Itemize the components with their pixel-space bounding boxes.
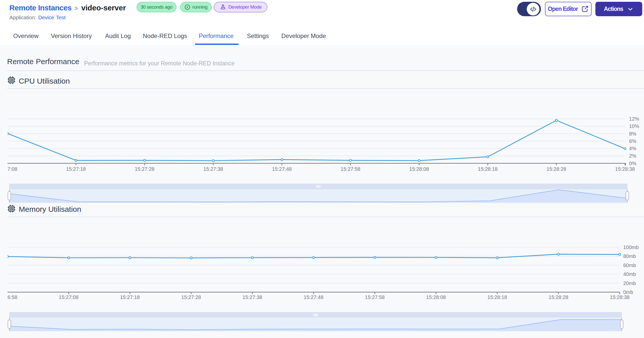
svg-text:15:28:08: 15:28:08 bbox=[409, 166, 429, 172]
svg-text:10%: 10% bbox=[629, 123, 639, 129]
svg-text:0mb: 0mb bbox=[623, 289, 633, 295]
svg-text:15:27:18: 15:27:18 bbox=[120, 294, 140, 300]
svg-text:15:28:38: 15:28:38 bbox=[610, 294, 630, 300]
svg-text:7:08: 7:08 bbox=[8, 166, 17, 172]
svg-text:15:27:48: 15:27:48 bbox=[272, 166, 292, 172]
svg-text:80mb: 80mb bbox=[623, 253, 636, 259]
svg-text:15:28:18: 15:28:18 bbox=[487, 294, 507, 300]
svg-text:15:28:08: 15:28:08 bbox=[426, 294, 446, 300]
svg-text:15:28:18: 15:28:18 bbox=[478, 166, 498, 172]
svg-text:0%: 0% bbox=[629, 161, 636, 166]
svg-text:15:28:28: 15:28:28 bbox=[547, 166, 566, 172]
svg-text:20mb: 20mb bbox=[623, 280, 636, 286]
svg-text:15:27:38: 15:27:38 bbox=[243, 294, 262, 300]
svg-text:40mb: 40mb bbox=[623, 271, 636, 277]
svg-text:15:28:28: 15:28:28 bbox=[549, 294, 568, 300]
svg-text:15:27:58: 15:27:58 bbox=[341, 166, 360, 172]
svg-text:15:27:28: 15:27:28 bbox=[181, 294, 201, 300]
svg-text:6:58: 6:58 bbox=[8, 294, 17, 300]
svg-text:15:27:28: 15:27:28 bbox=[135, 166, 154, 172]
svg-text:15:27:08: 15:27:08 bbox=[59, 294, 79, 300]
svg-text:15:27:18: 15:27:18 bbox=[66, 166, 86, 172]
svg-text:2%: 2% bbox=[629, 153, 636, 159]
svg-text:100mb: 100mb bbox=[623, 245, 639, 250]
svg-text:15:27:58: 15:27:58 bbox=[365, 294, 385, 300]
svg-text:15:27:48: 15:27:48 bbox=[304, 294, 323, 300]
svg-text:6%: 6% bbox=[629, 138, 636, 144]
svg-text:4%: 4% bbox=[629, 146, 636, 151]
svg-text:15:27:38: 15:27:38 bbox=[203, 166, 223, 172]
svg-text:15:28:38: 15:28:38 bbox=[615, 166, 635, 172]
svg-text:8%: 8% bbox=[629, 131, 636, 137]
svg-text:12%: 12% bbox=[629, 116, 639, 122]
svg-text:60mb: 60mb bbox=[623, 262, 636, 268]
